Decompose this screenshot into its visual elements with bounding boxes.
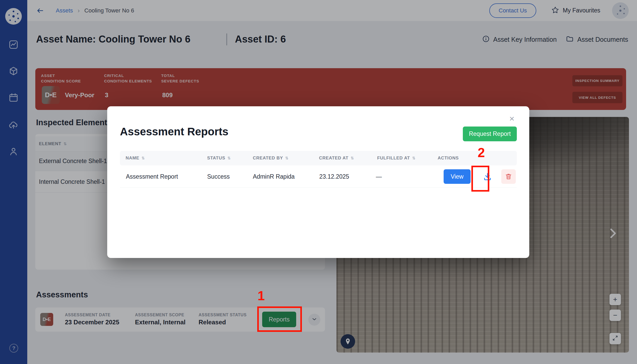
column-label: FULFILLED AT (377, 156, 410, 161)
download-report-button[interactable] (480, 169, 495, 184)
sort-icon: ⇅ (412, 156, 415, 160)
trash-icon (505, 173, 512, 180)
close-icon[interactable]: × (509, 114, 514, 123)
column-label: STATUS (207, 156, 225, 161)
report-row: Assessment Report Success AdminR Rapida … (120, 165, 517, 188)
column-actions: ACTIONS (438, 151, 459, 165)
request-report-button[interactable]: Request Report (463, 127, 517, 141)
column-label: ACTIONS (438, 156, 459, 161)
column-name[interactable]: NAME⇅ (126, 151, 145, 165)
report-status: Success (207, 173, 230, 180)
report-fulfilled-at: — (376, 173, 382, 180)
report-created-by: AdminR Rapida (253, 173, 295, 180)
delete-report-button[interactable] (501, 169, 516, 184)
sort-icon: ⇅ (227, 156, 231, 160)
column-fulfilled-at[interactable]: FULFILLED AT⇅ (377, 151, 415, 165)
reports-table-header: NAME⇅ STATUS⇅ CREATED BY⇅ CREATED AT⇅ FU… (120, 151, 517, 165)
report-created-at: 23.12.2025 (319, 173, 349, 180)
download-icon (483, 172, 492, 181)
modal-title: Assessment Reports (120, 125, 228, 138)
column-status[interactable]: STATUS⇅ (207, 151, 231, 165)
assessment-reports-modal: × Assessment Reports Request Report NAME… (107, 106, 529, 258)
column-label: CREATED BY (253, 156, 283, 161)
view-report-button[interactable]: View (444, 169, 471, 184)
screen: ? Assets › Cooling Tower No 6 Contact Us… (0, 0, 637, 364)
column-label: CREATED AT (319, 156, 348, 161)
sort-icon: ⇅ (141, 156, 145, 160)
column-label: NAME (126, 156, 139, 161)
report-name: Assessment Report (126, 173, 178, 180)
sort-icon: ⇅ (350, 156, 354, 160)
column-created-by[interactable]: CREATED BY⇅ (253, 151, 288, 165)
column-created-at[interactable]: CREATED AT⇅ (319, 151, 354, 165)
sort-icon: ⇅ (285, 156, 288, 160)
